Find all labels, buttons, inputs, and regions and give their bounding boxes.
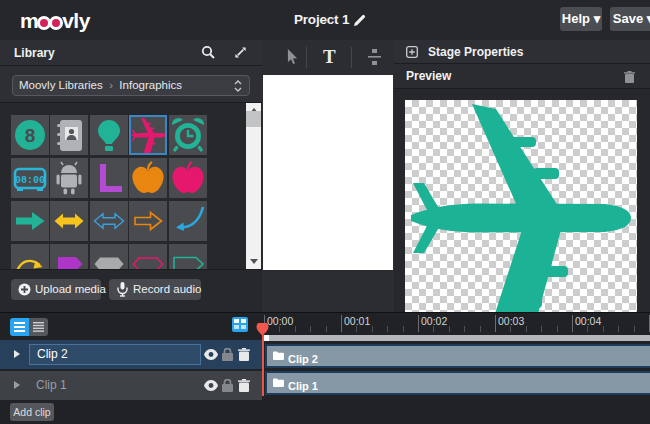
svg-text:8: 8: [25, 124, 36, 145]
svg-text:08:00: 08:00: [15, 174, 45, 185]
